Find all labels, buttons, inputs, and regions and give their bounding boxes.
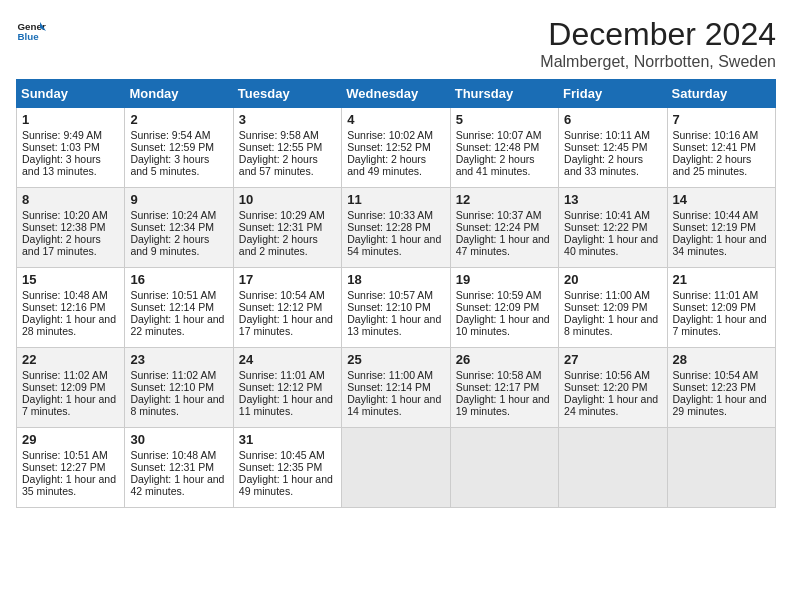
day-number: 20 — [564, 272, 661, 287]
day-info: Sunrise: 10:57 AM — [347, 289, 444, 301]
day-info: Sunrise: 10:20 AM — [22, 209, 119, 221]
day-info: Sunset: 12:55 PM — [239, 141, 336, 153]
day-number: 13 — [564, 192, 661, 207]
day-info: Sunset: 12:22 PM — [564, 221, 661, 233]
day-info: Sunset: 12:45 PM — [564, 141, 661, 153]
day-info: Sunset: 12:38 PM — [22, 221, 119, 233]
day-number: 14 — [673, 192, 770, 207]
day-info: Daylight: 2 hours and 49 minutes. — [347, 153, 444, 177]
page-header: General Blue December 2024 Malmberget, N… — [16, 16, 776, 71]
day-info: Daylight: 2 hours and 9 minutes. — [130, 233, 227, 257]
day-info: Sunrise: 10:54 AM — [673, 369, 770, 381]
calendar-cell: 6Sunrise: 10:11 AMSunset: 12:45 PMDaylig… — [559, 108, 667, 188]
day-info: Sunrise: 10:51 AM — [22, 449, 119, 461]
calendar-week-row: 29Sunrise: 10:51 AMSunset: 12:27 PMDayli… — [17, 428, 776, 508]
calendar-cell — [450, 428, 558, 508]
day-info: Daylight: 1 hour and 40 minutes. — [564, 233, 661, 257]
day-info: Sunrise: 10:29 AM — [239, 209, 336, 221]
day-number: 21 — [673, 272, 770, 287]
day-number: 17 — [239, 272, 336, 287]
day-info: Sunset: 12:16 PM — [22, 301, 119, 313]
header-tuesday: Tuesday — [233, 80, 341, 108]
calendar-cell: 17Sunrise: 10:54 AMSunset: 12:12 PMDayli… — [233, 268, 341, 348]
day-number: 19 — [456, 272, 553, 287]
day-info: Daylight: 2 hours and 2 minutes. — [239, 233, 336, 257]
day-info: Sunrise: 9:58 AM — [239, 129, 336, 141]
calendar-cell: 31Sunrise: 10:45 AMSunset: 12:35 PMDayli… — [233, 428, 341, 508]
day-info: Daylight: 3 hours and 5 minutes. — [130, 153, 227, 177]
day-number: 11 — [347, 192, 444, 207]
day-info: Daylight: 1 hour and 7 minutes. — [673, 313, 770, 337]
day-info: Daylight: 2 hours and 17 minutes. — [22, 233, 119, 257]
day-info: Sunrise: 10:45 AM — [239, 449, 336, 461]
day-info: Sunset: 12:24 PM — [456, 221, 553, 233]
header-monday: Monday — [125, 80, 233, 108]
day-info: Sunset: 12:14 PM — [347, 381, 444, 393]
header-saturday: Saturday — [667, 80, 775, 108]
calendar-cell: 25Sunrise: 11:00 AMSunset: 12:14 PMDayli… — [342, 348, 450, 428]
calendar-cell: 29Sunrise: 10:51 AMSunset: 12:27 PMDayli… — [17, 428, 125, 508]
day-number: 7 — [673, 112, 770, 127]
calendar-cell: 11Sunrise: 10:33 AMSunset: 12:28 PMDayli… — [342, 188, 450, 268]
day-number: 23 — [130, 352, 227, 367]
header-sunday: Sunday — [17, 80, 125, 108]
day-info: Daylight: 1 hour and 19 minutes. — [456, 393, 553, 417]
calendar-cell — [342, 428, 450, 508]
day-info: Sunrise: 11:00 AM — [347, 369, 444, 381]
day-number: 12 — [456, 192, 553, 207]
day-info: Sunset: 12:10 PM — [130, 381, 227, 393]
day-info: Sunset: 12:23 PM — [673, 381, 770, 393]
day-info: Sunset: 12:27 PM — [22, 461, 119, 473]
day-info: Sunrise: 10:44 AM — [673, 209, 770, 221]
day-number: 30 — [130, 432, 227, 447]
day-info: Sunrise: 10:16 AM — [673, 129, 770, 141]
day-info: Sunset: 12:09 PM — [673, 301, 770, 313]
calendar-week-row: 8Sunrise: 10:20 AMSunset: 12:38 PMDaylig… — [17, 188, 776, 268]
day-info: Sunrise: 10:07 AM — [456, 129, 553, 141]
day-info: Daylight: 2 hours and 57 minutes. — [239, 153, 336, 177]
day-info: Daylight: 1 hour and 10 minutes. — [456, 313, 553, 337]
day-number: 9 — [130, 192, 227, 207]
calendar-cell: 30Sunrise: 10:48 AMSunset: 12:31 PMDayli… — [125, 428, 233, 508]
day-info: Sunset: 12:28 PM — [347, 221, 444, 233]
calendar-header-row: SundayMondayTuesdayWednesdayThursdayFrid… — [17, 80, 776, 108]
day-info: Sunrise: 10:37 AM — [456, 209, 553, 221]
day-info: Daylight: 1 hour and 14 minutes. — [347, 393, 444, 417]
day-info: Sunrise: 10:58 AM — [456, 369, 553, 381]
day-number: 1 — [22, 112, 119, 127]
day-info: Sunrise: 10:51 AM — [130, 289, 227, 301]
page-subtitle: Malmberget, Norrbotten, Sweden — [540, 53, 776, 71]
day-info: Daylight: 1 hour and 17 minutes. — [239, 313, 336, 337]
calendar-cell: 10Sunrise: 10:29 AMSunset: 12:31 PMDayli… — [233, 188, 341, 268]
day-info: Sunset: 12:09 PM — [564, 301, 661, 313]
day-info: Sunset: 12:41 PM — [673, 141, 770, 153]
day-info: Sunrise: 9:49 AM — [22, 129, 119, 141]
day-number: 25 — [347, 352, 444, 367]
day-info: Daylight: 2 hours and 33 minutes. — [564, 153, 661, 177]
day-info: Sunrise: 11:02 AM — [22, 369, 119, 381]
calendar-cell — [559, 428, 667, 508]
day-info: Sunset: 12:20 PM — [564, 381, 661, 393]
calendar-cell: 3Sunrise: 9:58 AMSunset: 12:55 PMDayligh… — [233, 108, 341, 188]
day-number: 27 — [564, 352, 661, 367]
day-info: Daylight: 1 hour and 49 minutes. — [239, 473, 336, 497]
logo: General Blue — [16, 16, 46, 46]
day-number: 18 — [347, 272, 444, 287]
day-number: 3 — [239, 112, 336, 127]
header-wednesday: Wednesday — [342, 80, 450, 108]
day-info: Daylight: 1 hour and 35 minutes. — [22, 473, 119, 497]
day-info: Sunrise: 10:48 AM — [130, 449, 227, 461]
day-number: 29 — [22, 432, 119, 447]
day-info: Daylight: 1 hour and 34 minutes. — [673, 233, 770, 257]
day-info: Sunset: 1:03 PM — [22, 141, 119, 153]
day-info: Sunrise: 10:02 AM — [347, 129, 444, 141]
logo-icon: General Blue — [16, 16, 46, 46]
day-info: Sunrise: 11:02 AM — [130, 369, 227, 381]
day-info: Sunset: 12:12 PM — [239, 381, 336, 393]
day-number: 2 — [130, 112, 227, 127]
day-info: Daylight: 3 hours and 13 minutes. — [22, 153, 119, 177]
day-info: Daylight: 1 hour and 7 minutes. — [22, 393, 119, 417]
day-info: Daylight: 2 hours and 41 minutes. — [456, 153, 553, 177]
day-info: Sunrise: 10:41 AM — [564, 209, 661, 221]
day-info: Sunrise: 10:48 AM — [22, 289, 119, 301]
